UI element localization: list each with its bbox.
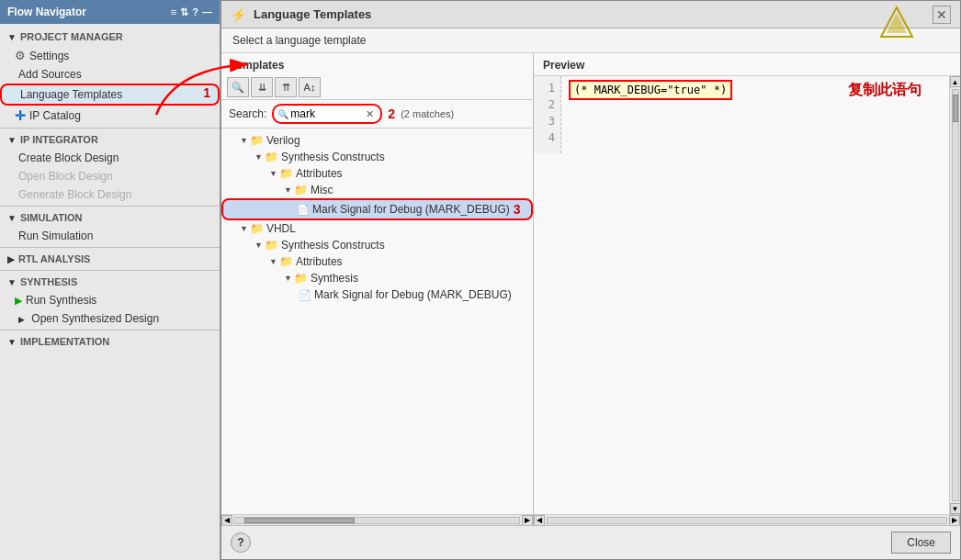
gear-icon: ⚙	[15, 49, 26, 62]
section-synthesis[interactable]: ▼ SYNTHESIS	[0, 273, 220, 291]
search-input[interactable]	[290, 107, 364, 120]
preview-scrollbar-track[interactable]	[547, 517, 947, 524]
tree-attributes-vhdl[interactable]: ▼ 📁 Attributes	[221, 253, 533, 270]
vhdl-expand-icon: ▼	[240, 224, 248, 233]
settings-label: Settings	[29, 50, 69, 62]
nav-create-block-design[interactable]: Create Block Design	[0, 149, 220, 167]
play-icon: ▶	[15, 295, 22, 307]
templates-toolbar: 🔍 ⇊ ⇈ A↕	[221, 75, 533, 100]
sim-label: SIMULATION	[20, 212, 83, 223]
section-rtl-analysis[interactable]: ▶ RTL ANALYSIS	[0, 250, 220, 268]
sort-btn[interactable]: A↕	[299, 77, 321, 97]
dialog-close-button[interactable]: ✕	[933, 6, 951, 24]
search-toolbar-btn[interactable]: 🔍	[227, 77, 249, 97]
expand-all-btn[interactable]: ⇈	[275, 77, 297, 97]
tree-mark-signal-vhdl[interactable]: 📄 Mark Signal for Debug (MARK_DEBUG)	[221, 286, 533, 303]
badge-1: 1	[203, 85, 210, 100]
nav-open-synthesized-design[interactable]: ▶ Open Synthesized Design	[0, 309, 220, 328]
nav-language-templates[interactable]: Language Templates	[0, 84, 220, 106]
templates-header: Templates	[221, 53, 533, 75]
scroll-down-btn[interactable]: ▼	[950, 503, 961, 514]
help-button[interactable]: ?	[231, 532, 251, 553]
mark-signal-vhdl-label: Mark Signal for Debug (MARK_DEBUG)	[314, 288, 512, 301]
search-clear-icon[interactable]: ✕	[366, 108, 374, 120]
sort-icon: A↕	[304, 82, 316, 93]
close-btn-label: Close	[907, 536, 935, 549]
vivado-logo-area	[879, 6, 914, 43]
templates-panel: Templates 🔍 ⇊ ⇈ A↕ Search:	[221, 53, 534, 525]
nav-ip-catalog[interactable]: ✛ IP Catalog	[0, 106, 220, 126]
help-btn-label: ?	[237, 536, 243, 549]
section-project-manager[interactable]: ▼ PROJECT MANAGER	[0, 28, 220, 46]
code-area: (* MARK_DEBUG="true" *) 复制此语句	[561, 76, 949, 153]
close-button[interactable]: Close	[891, 532, 951, 554]
help-icon[interactable]: ?	[192, 6, 198, 17]
dialog-overlay: ⚡ Language Templates ✕ Select a language…	[220, 0, 961, 560]
tree-synthesis-vhdl[interactable]: ▼ 📁 Synthesis	[221, 270, 533, 286]
pm-label: PROJECT MANAGER	[20, 31, 123, 42]
synthesis-constructs-vhdl-label: Synthesis Constructs	[281, 239, 385, 252]
code-line-2	[569, 100, 942, 117]
search-input-wrapper: 🔍 ✕	[272, 104, 382, 124]
plus-icon: ✛	[15, 108, 26, 123]
v-scroll-track[interactable]	[952, 89, 959, 501]
divider-3	[0, 247, 220, 248]
misc-label: Misc	[311, 184, 334, 196]
scroll-left-btn[interactable]: ◀	[221, 515, 232, 526]
divider-5	[0, 330, 220, 330]
flow-navigator-header: Flow Navigator ≡ ⇅ ? —	[0, 0, 220, 24]
dialog-subtitle: Select a language template	[221, 28, 960, 53]
collapse-icon: ⇊	[258, 82, 266, 94]
folder-icon-sc-vhdl: 📁	[265, 239, 278, 252]
section-simulation[interactable]: ▼ SIMULATION	[0, 208, 220, 227]
mark-signal-verilog-label: Mark Signal for Debug (MARK_DEBUG)	[312, 203, 510, 216]
rtl-expand-icon: ▶	[7, 254, 15, 264]
nav-add-sources[interactable]: Add Sources	[0, 65, 220, 84]
search-icon: 🔍	[232, 82, 244, 94]
ip-label: IP INTEGRATOR	[20, 134, 98, 145]
line-numbers: 1 2 3 4	[534, 76, 561, 153]
rtl-label: RTL ANALYSIS	[18, 253, 90, 264]
flow-navigator: Flow Navigator ≡ ⇅ ? — ▼ PROJECT MANAGER…	[0, 0, 220, 560]
dialog-footer: ? Close	[221, 525, 960, 559]
nav-run-simulation[interactable]: Run Simulation	[0, 227, 220, 245]
close-x-icon: ✕	[936, 7, 947, 22]
synthesis-vhdl-label: Synthesis	[311, 272, 358, 285]
search-label: Search:	[229, 107, 266, 120]
tree-synthesis-constructs-v[interactable]: ▼ 📁 Synthesis Constructs	[221, 149, 533, 165]
expand-icon[interactable]: ⇅	[180, 6, 188, 18]
sc-v-expand-icon: ▼	[254, 152, 263, 162]
scroll-right-btn[interactable]: ▶	[522, 515, 533, 526]
tree-mark-signal-verilog[interactable]: 📄 Mark Signal for Debug (MARK_DEBUG) 3	[221, 198, 533, 220]
preview-code-content: 1 2 3 4 (* MARK_DEBUG="true" *)	[534, 76, 949, 153]
preview-vertical-scrollbar: ▲ ▼	[949, 76, 960, 514]
section-implementation[interactable]: ▼ IMPLEMENTATION	[0, 332, 220, 351]
collapse-icon[interactable]: ≡	[171, 6, 176, 17]
vhdl-label: VHDL	[266, 222, 296, 235]
nav-settings[interactable]: ⚙ Settings	[0, 46, 220, 65]
scrollbar-track[interactable]	[234, 517, 520, 524]
scroll-up-btn[interactable]: ▲	[950, 76, 961, 87]
section-ip-integrator[interactable]: ▼ IP INTEGRATOR	[0, 130, 220, 149]
preview-scroll-right-btn[interactable]: ▶	[949, 515, 960, 526]
attributes-v-label: Attributes	[296, 167, 343, 180]
preview-scroll-left-btn[interactable]: ◀	[534, 515, 545, 526]
preview-body: 1 2 3 4 (* MARK_DEBUG="true" *)	[534, 76, 949, 514]
tree-synthesis-constructs-vhdl[interactable]: ▼ 📁 Synthesis Constructs	[221, 237, 533, 253]
tree-misc[interactable]: ▼ 📁 Misc	[221, 182, 533, 198]
preview-panel: Preview 1 2 3 4 (* MARK	[534, 53, 960, 525]
preview-header: Preview	[534, 53, 960, 76]
nav-open-block-design: Open Block Design	[0, 167, 220, 185]
tree-verilog[interactable]: ▼ 📁 Verilog	[221, 132, 533, 149]
add-sources-label: Add Sources	[18, 68, 82, 81]
tree-attributes-v[interactable]: ▼ 📁 Attributes	[221, 165, 533, 182]
dialog-title-text: Language Templates	[254, 7, 371, 21]
collapse-all-btn[interactable]: ⇊	[251, 77, 273, 97]
dialog-title-icon: ⚡	[231, 7, 246, 22]
minimize-icon[interactable]: —	[202, 6, 212, 17]
tree-vhdl[interactable]: ▼ 📁 VHDL	[221, 220, 533, 237]
line-num-4: 4	[539, 129, 555, 146]
nav-run-synthesis[interactable]: ▶ Run Synthesis	[0, 291, 220, 309]
v-scroll-thumb	[953, 95, 958, 122]
dialog-body: Templates 🔍 ⇊ ⇈ A↕ Search:	[221, 53, 960, 525]
